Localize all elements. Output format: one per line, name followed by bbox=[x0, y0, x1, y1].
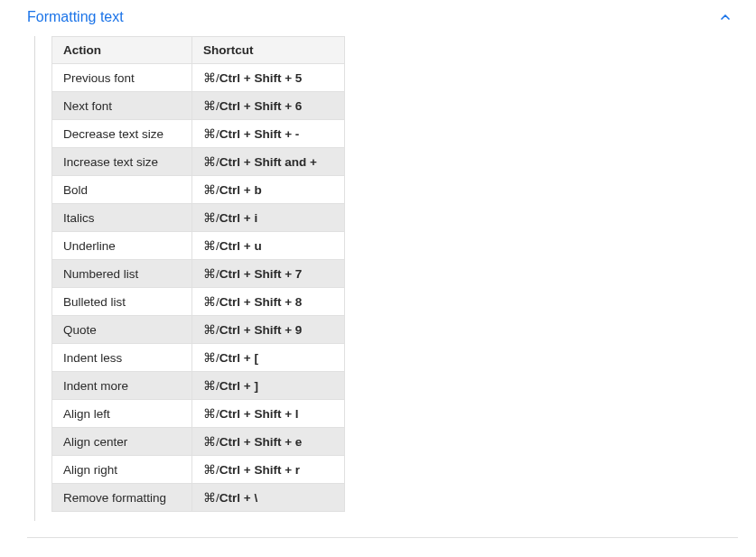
action-cell: Indent more bbox=[52, 372, 192, 400]
table-row: Next font⌘/Ctrl + Shift + 6 bbox=[52, 92, 345, 120]
shortcut-cell: ⌘/Ctrl + u bbox=[192, 232, 345, 260]
action-cell: Next font bbox=[52, 92, 192, 120]
table-row: Underline⌘/Ctrl + u bbox=[52, 232, 345, 260]
shortcut-prefix: ⌘/ bbox=[203, 267, 219, 281]
shortcut-keys: Ctrl + \ bbox=[219, 491, 257, 505]
table-row: Bold⌘/Ctrl + b bbox=[52, 176, 345, 204]
shortcut-cell: ⌘/Ctrl + i bbox=[192, 204, 345, 232]
shortcut-cell: ⌘/Ctrl + Shift + - bbox=[192, 120, 345, 148]
column-header-shortcut: Shortcut bbox=[192, 37, 345, 64]
shortcut-prefix: ⌘/ bbox=[203, 239, 219, 253]
shortcut-cell: ⌘/Ctrl + Shift + 5 bbox=[192, 64, 345, 92]
shortcut-prefix: ⌘/ bbox=[203, 323, 219, 337]
action-cell: Align right bbox=[52, 456, 192, 484]
action-cell: Underline bbox=[52, 232, 192, 260]
shortcut-keys: Ctrl + u bbox=[219, 239, 262, 253]
action-cell: Previous font bbox=[52, 64, 192, 92]
shortcut-prefix: ⌘/ bbox=[203, 463, 219, 477]
shortcut-keys: Ctrl + Shift + e bbox=[219, 435, 303, 449]
section-title: Formatting text bbox=[27, 9, 124, 25]
table-row: Align left⌘/Ctrl + Shift + l bbox=[52, 400, 345, 428]
formatting-section: Formatting text Action Shortcut Previous… bbox=[0, 0, 756, 521]
shortcut-keys: Ctrl + Shift + 6 bbox=[219, 99, 303, 113]
action-cell: Indent less bbox=[52, 344, 192, 372]
shortcut-keys: Ctrl + Shift + l bbox=[219, 407, 299, 421]
section-divider bbox=[27, 537, 738, 538]
table-row: Quote⌘/Ctrl + Shift + 9 bbox=[52, 316, 345, 344]
shortcut-prefix: ⌘/ bbox=[203, 379, 219, 393]
shortcut-keys: Ctrl + b bbox=[219, 183, 262, 197]
shortcut-keys: Ctrl + Shift and + bbox=[219, 155, 317, 169]
action-cell: Remove formatting bbox=[52, 484, 192, 512]
shortcut-keys: Ctrl + ] bbox=[219, 379, 258, 393]
shortcut-cell: ⌘/Ctrl + Shift + 7 bbox=[192, 260, 345, 288]
column-header-action: Action bbox=[52, 37, 192, 64]
action-cell: Align left bbox=[52, 400, 192, 428]
shortcut-cell: ⌘/Ctrl + b bbox=[192, 176, 345, 204]
shortcut-keys: Ctrl + Shift + 9 bbox=[219, 323, 303, 337]
shortcut-prefix: ⌘/ bbox=[203, 99, 219, 113]
action-cell: Bulleted list bbox=[52, 288, 192, 316]
table-row: Align center⌘/Ctrl + Shift + e bbox=[52, 428, 345, 456]
action-cell: Quote bbox=[52, 316, 192, 344]
shortcut-cell: ⌘/Ctrl + Shift + r bbox=[192, 456, 345, 484]
shortcut-keys: Ctrl + Shift + 5 bbox=[219, 71, 303, 85]
table-row: Indent more⌘/Ctrl + ] bbox=[52, 372, 345, 400]
shortcut-prefix: ⌘/ bbox=[203, 183, 219, 197]
action-cell: Italics bbox=[52, 204, 192, 232]
action-cell: Decrease text size bbox=[52, 120, 192, 148]
table-row: Previous font⌘/Ctrl + Shift + 5 bbox=[52, 64, 345, 92]
shortcut-keys: Ctrl + Shift + 8 bbox=[219, 295, 303, 309]
shortcut-keys: Ctrl + Shift + - bbox=[219, 127, 300, 141]
chevron-up-icon bbox=[718, 10, 733, 24]
shortcut-cell: ⌘/Ctrl + Shift + e bbox=[192, 428, 345, 456]
table-row: Bulleted list⌘/Ctrl + Shift + 8 bbox=[52, 288, 345, 316]
shortcut-prefix: ⌘/ bbox=[203, 491, 219, 505]
section-body: Action Shortcut Previous font⌘/Ctrl + Sh… bbox=[34, 36, 738, 521]
shortcut-prefix: ⌘/ bbox=[203, 295, 219, 309]
section-header[interactable]: Formatting text bbox=[27, 0, 738, 36]
shortcut-cell: ⌘/Ctrl + Shift + 8 bbox=[192, 288, 345, 316]
shortcut-prefix: ⌘/ bbox=[203, 407, 219, 421]
action-cell: Align center bbox=[52, 428, 192, 456]
shortcut-prefix: ⌘/ bbox=[203, 155, 219, 169]
table-row: Italics⌘/Ctrl + i bbox=[52, 204, 345, 232]
table-row: Remove formatting⌘/Ctrl + \ bbox=[52, 484, 345, 512]
table-row: Indent less⌘/Ctrl + [ bbox=[52, 344, 345, 372]
shortcut-cell: ⌘/Ctrl + Shift + 9 bbox=[192, 316, 345, 344]
shortcut-cell: ⌘/Ctrl + ] bbox=[192, 372, 345, 400]
table-row: Decrease text size⌘/Ctrl + Shift + - bbox=[52, 120, 345, 148]
table-header-row: Action Shortcut bbox=[52, 37, 345, 64]
shortcut-keys: Ctrl + [ bbox=[219, 351, 258, 365]
shortcut-prefix: ⌘/ bbox=[203, 211, 219, 225]
action-cell: Increase text size bbox=[52, 148, 192, 176]
table-row: Increase text size⌘/Ctrl + Shift and + bbox=[52, 148, 345, 176]
shortcut-keys: Ctrl + Shift + r bbox=[219, 463, 300, 477]
action-cell: Bold bbox=[52, 176, 192, 204]
shortcut-prefix: ⌘/ bbox=[203, 71, 219, 85]
shortcut-cell: ⌘/Ctrl + Shift + l bbox=[192, 400, 345, 428]
shortcut-cell: ⌘/Ctrl + Shift + 6 bbox=[192, 92, 345, 120]
shortcut-prefix: ⌘/ bbox=[203, 127, 219, 141]
action-cell: Numbered list bbox=[52, 260, 192, 288]
shortcut-cell: ⌘/Ctrl + Shift and + bbox=[192, 148, 345, 176]
shortcut-keys: Ctrl + i bbox=[219, 211, 257, 225]
shortcut-table: Action Shortcut Previous font⌘/Ctrl + Sh… bbox=[51, 36, 345, 512]
shortcut-keys: Ctrl + Shift + 7 bbox=[219, 267, 303, 281]
table-row: Align right⌘/Ctrl + Shift + r bbox=[52, 456, 345, 484]
shortcut-prefix: ⌘/ bbox=[203, 435, 219, 449]
table-row: Numbered list⌘/Ctrl + Shift + 7 bbox=[52, 260, 345, 288]
shortcut-cell: ⌘/Ctrl + \ bbox=[192, 484, 345, 512]
shortcut-prefix: ⌘/ bbox=[203, 351, 219, 365]
shortcut-cell: ⌘/Ctrl + [ bbox=[192, 344, 345, 372]
